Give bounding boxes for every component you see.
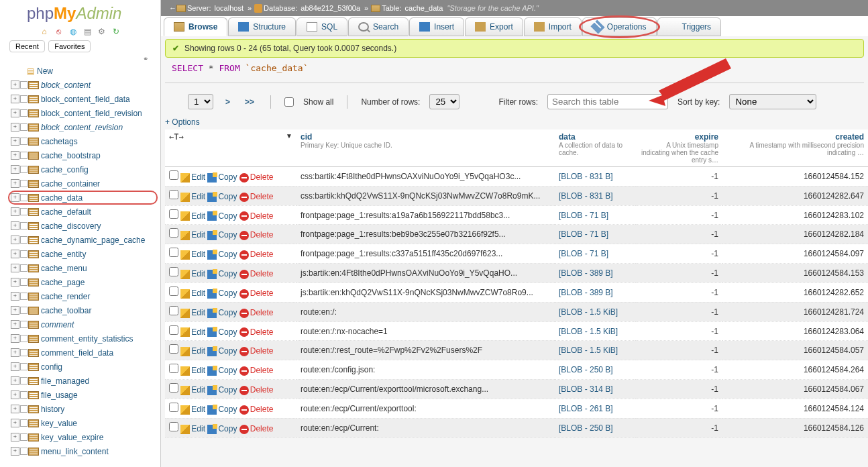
copy-link[interactable]: Copy bbox=[218, 405, 237, 414]
delete-link[interactable]: Delete bbox=[250, 385, 274, 395]
tree-item-cache_page[interactable]: +cache_page bbox=[11, 275, 160, 289]
cell-data[interactable]: [BLOB - 250 B] bbox=[559, 423, 613, 433]
row-check[interactable] bbox=[169, 325, 178, 335]
tab-browse[interactable]: Browse bbox=[164, 17, 227, 36]
tree-item-cache_menu[interactable]: +cache_menu bbox=[11, 261, 160, 275]
copy-link[interactable]: Copy bbox=[218, 366, 237, 375]
tab-search[interactable]: Search bbox=[348, 17, 409, 36]
cell-data[interactable]: [BLOB - 250 B] bbox=[559, 365, 613, 374]
cell-data[interactable]: [BLOB - 1.5 KiB] bbox=[559, 327, 618, 336]
delete-link[interactable]: Delete bbox=[250, 327, 274, 337]
expand-icon[interactable]: + bbox=[11, 221, 19, 230]
col-created[interactable]: created bbox=[835, 132, 864, 142]
delete-link[interactable]: Delete bbox=[250, 192, 274, 201]
tree-item-comment[interactable]: +comment bbox=[11, 317, 160, 331]
delete-link[interactable]: Delete bbox=[250, 172, 274, 182]
tree-item-key_value[interactable]: +key_value bbox=[11, 416, 160, 430]
recent-button[interactable]: Recent bbox=[9, 40, 45, 52]
copy-link[interactable]: Copy bbox=[218, 308, 237, 317]
last-page[interactable]: >> bbox=[242, 97, 257, 107]
edit-link[interactable]: Edit bbox=[191, 346, 205, 356]
copy-link[interactable]: Copy bbox=[218, 327, 237, 337]
tree-item-cache_entity[interactable]: +cache_entity bbox=[11, 247, 160, 261]
logo[interactable]: phpMyAdmin bbox=[0, 0, 160, 25]
num-rows-select[interactable]: 25 bbox=[429, 94, 459, 109]
tree-item-block_content_revision[interactable]: +block_content_revision bbox=[11, 120, 160, 134]
col-cid[interactable]: cid bbox=[301, 132, 312, 142]
expand-icon[interactable]: + bbox=[11, 348, 19, 357]
tab-sql[interactable]: SQL bbox=[296, 17, 347, 36]
tree-item-block_content_field_data[interactable]: +block_content_field_data bbox=[11, 92, 160, 106]
copy-link[interactable]: Copy bbox=[218, 172, 237, 182]
edit-link[interactable]: Edit bbox=[191, 250, 205, 259]
page-select[interactable]: 1 bbox=[188, 94, 213, 109]
expand-icon[interactable]: + bbox=[11, 179, 19, 188]
tree-item-config[interactable]: +config bbox=[11, 360, 160, 374]
copy-link[interactable]: Copy bbox=[218, 230, 237, 240]
cell-data[interactable]: [BLOB - 389 B] bbox=[559, 268, 613, 278]
expand-icon[interactable]: + bbox=[11, 362, 19, 371]
cell-data[interactable]: [BLOB - 1.5 KiB] bbox=[559, 346, 618, 355]
tree-item-block_content_field_revision[interactable]: +block_content_field_revision bbox=[11, 106, 160, 120]
edit-link[interactable]: Edit bbox=[191, 269, 205, 278]
expand-icon[interactable]: + bbox=[11, 447, 19, 456]
expand-icon[interactable]: + bbox=[11, 391, 19, 399]
expand-icon[interactable]: + bbox=[11, 405, 19, 413]
cell-data[interactable]: [BLOB - 261 B] bbox=[559, 404, 613, 413]
row-check[interactable] bbox=[169, 228, 178, 238]
tree-item-file_usage[interactable]: +file_usage bbox=[11, 388, 160, 402]
expand-icon[interactable]: + bbox=[11, 193, 19, 202]
globe-icon[interactable]: ◍ bbox=[68, 27, 78, 36]
copy-link[interactable]: Copy bbox=[218, 211, 237, 221]
tree-item-cache_container[interactable]: +cache_container bbox=[11, 176, 160, 191]
exit-icon[interactable]: ⎋ bbox=[54, 27, 63, 36]
copy-link[interactable]: Copy bbox=[218, 385, 237, 395]
delete-link[interactable]: Delete bbox=[250, 250, 274, 259]
cell-data[interactable]: [BLOB - 71 B] bbox=[559, 229, 608, 239]
tree-item-history[interactable]: +history bbox=[11, 402, 160, 416]
row-check[interactable] bbox=[169, 248, 178, 257]
expand-icon[interactable]: + bbox=[11, 334, 19, 343]
tree-item-comment_entity_statistics[interactable]: +comment_entity_statistics bbox=[11, 331, 160, 346]
row-check[interactable] bbox=[169, 383, 178, 393]
tab-insert[interactable]: Insert bbox=[409, 17, 464, 36]
delete-link[interactable]: Delete bbox=[250, 230, 274, 240]
col-data[interactable]: data bbox=[559, 132, 576, 142]
favorites-button[interactable]: Favorites bbox=[48, 40, 91, 52]
tree-item-file_managed[interactable]: +file_managed bbox=[11, 374, 160, 388]
edit-link[interactable]: Edit bbox=[191, 405, 205, 414]
tree-item-cache_default[interactable]: +cache_default bbox=[11, 205, 160, 219]
expand-icon[interactable]: + bbox=[11, 207, 19, 216]
edit-link[interactable]: Edit bbox=[191, 289, 205, 298]
delete-link[interactable]: Delete bbox=[250, 308, 274, 317]
options-toggle[interactable]: + Options bbox=[161, 117, 868, 129]
tree-item-menu_link_content[interactable]: +menu_link_content bbox=[11, 444, 160, 458]
cell-data[interactable]: [BLOB - 71 B] bbox=[559, 249, 608, 258]
edit-link[interactable]: Edit bbox=[191, 424, 205, 433]
edit-link[interactable]: Edit bbox=[191, 308, 205, 317]
next-page[interactable]: > bbox=[223, 97, 233, 107]
edit-link[interactable]: Edit bbox=[191, 211, 205, 221]
expand-icon[interactable]: + bbox=[11, 95, 19, 103]
row-check[interactable] bbox=[169, 170, 178, 180]
edit-link[interactable]: Edit bbox=[191, 172, 205, 182]
copy-link[interactable]: Copy bbox=[218, 424, 237, 433]
cell-data[interactable]: [BLOB - 71 B] bbox=[559, 211, 608, 220]
edit-link[interactable]: Edit bbox=[191, 385, 205, 395]
link-icon[interactable]: ⚭ bbox=[0, 55, 160, 62]
delete-link[interactable]: Delete bbox=[250, 366, 274, 375]
expand-icon[interactable]: + bbox=[11, 433, 19, 442]
show-all-check[interactable] bbox=[284, 97, 294, 107]
expand-icon[interactable]: + bbox=[11, 250, 19, 258]
tab-structure[interactable]: Structure bbox=[228, 17, 296, 36]
delete-link[interactable]: Delete bbox=[250, 289, 274, 298]
expand-icon[interactable]: + bbox=[11, 109, 19, 117]
tab-triggers[interactable]: Triggers bbox=[657, 17, 722, 36]
copy-link[interactable]: Copy bbox=[218, 269, 237, 278]
reload-icon[interactable]: ↻ bbox=[111, 27, 121, 36]
tree-item-cache_discovery[interactable]: +cache_discovery bbox=[11, 219, 160, 233]
tree-item-comment_field_data[interactable]: +comment_field_data bbox=[11, 346, 160, 360]
cell-data[interactable]: [BLOB - 831 B] bbox=[559, 172, 613, 181]
edit-link[interactable]: Edit bbox=[191, 366, 205, 375]
tab-export[interactable]: Export bbox=[465, 17, 523, 36]
